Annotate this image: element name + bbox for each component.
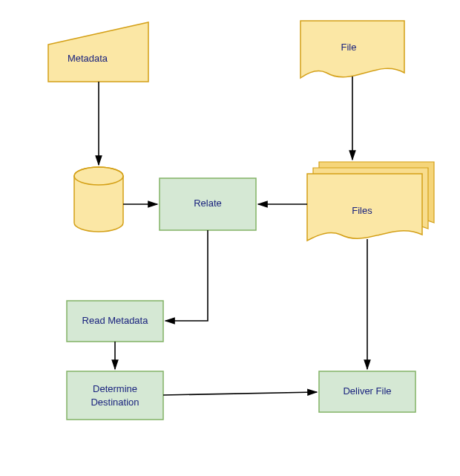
label-files: Files [352, 205, 372, 216]
label-deliver: Deliver File [343, 385, 391, 397]
edge-determine-deliver [163, 392, 317, 395]
node-file: File [300, 21, 404, 78]
node-metadata: Metadata [48, 22, 148, 82]
node-relate: Relate [160, 178, 256, 230]
label-metadata: Metadata [68, 53, 108, 64]
edges [99, 76, 367, 395]
label-determine-line2: Destination [91, 397, 139, 408]
label-file: File [341, 42, 357, 53]
flowchart-diagram: Metadata File Relate Files Read Metadata… [0, 0, 460, 476]
node-files: Files [307, 162, 434, 241]
node-deliver: Deliver File [319, 371, 415, 412]
label-determine-line1: Determine [93, 383, 137, 394]
node-readmeta: Read Metadata [67, 301, 163, 342]
label-relate: Relate [194, 198, 222, 209]
label-readmeta: Read Metadata [82, 315, 149, 326]
svg-rect-4 [67, 371, 163, 420]
node-database [74, 167, 123, 232]
edge-relate-readmeta [165, 230, 208, 321]
node-determine: Determine Destination [67, 371, 163, 420]
